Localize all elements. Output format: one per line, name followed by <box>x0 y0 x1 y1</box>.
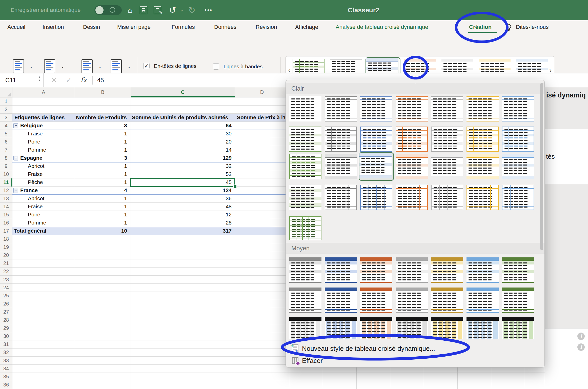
row-header-19[interactable]: 19 <box>0 243 12 251</box>
pivot-cell-b[interactable]: 4 <box>75 187 131 195</box>
pivot-row-label[interactable]: Fraise <box>12 130 75 138</box>
pivot-cell-b[interactable]: 1 <box>75 170 131 178</box>
style-thumbnail-moyen[interactable] <box>289 288 321 313</box>
grid-cell[interactable] <box>131 332 235 340</box>
style-thumbnail-clair[interactable] <box>396 96 428 121</box>
grid-cell[interactable] <box>75 243 131 251</box>
style-thumbnail-clair[interactable] <box>467 96 499 121</box>
row-header-15[interactable]: 15 <box>0 211 12 219</box>
style-thumbnail-moyen[interactable] <box>360 317 392 339</box>
grid-cell[interactable] <box>491 381 525 389</box>
pivot-cell-d[interactable] <box>235 146 289 154</box>
row-header-36[interactable]: 36 <box>0 381 12 389</box>
style-thumbnail-moyen[interactable] <box>502 257 534 283</box>
grid-cell[interactable] <box>235 243 289 251</box>
row-header-32[interactable]: 32 <box>0 349 12 357</box>
grid-cell[interactable] <box>235 97 289 106</box>
tab-donn-es[interactable]: Données <box>214 20 236 34</box>
collapse-icon[interactable]: − <box>13 156 18 160</box>
grid-cell[interactable] <box>289 381 323 389</box>
grid-cell[interactable] <box>131 300 235 308</box>
grid-cell[interactable] <box>75 308 131 316</box>
style-thumbnail-clair[interactable] <box>431 127 463 152</box>
grid-cell[interactable] <box>235 268 289 276</box>
grid-cell[interactable] <box>75 106 131 114</box>
grid-cell[interactable] <box>12 373 75 381</box>
grid-cell[interactable] <box>357 373 390 381</box>
style-thumbnail-moyen[interactable] <box>289 257 321 283</box>
pivot-cell-b[interactable]: 1 <box>75 130 131 138</box>
grid-cell[interactable] <box>12 332 75 340</box>
row-header-20[interactable]: 20 <box>0 251 12 259</box>
grid-cell[interactable] <box>75 349 131 357</box>
pivot-row-label[interactable]: −Belgique <box>12 122 75 130</box>
tab-r-vision[interactable]: Révision <box>256 20 277 34</box>
pivot-cell-d[interactable] <box>235 170 289 178</box>
pivot-cell-c[interactable]: 32 <box>131 162 235 170</box>
pivot-cell-c[interactable]: 30 <box>131 130 235 138</box>
grid-cell[interactable] <box>12 381 75 389</box>
pivot-cell-b[interactable]: 1 <box>75 203 131 211</box>
row-header-24[interactable]: 24 <box>0 284 12 292</box>
row-header-29[interactable]: 29 <box>0 324 12 332</box>
grid-cell[interactable] <box>131 106 235 114</box>
cancel-icon[interactable]: ✕ <box>51 73 57 87</box>
row-header-30[interactable]: 30 <box>0 332 12 340</box>
style-thumbnail-clair[interactable] <box>289 127 321 152</box>
style-thumbnail-moyen[interactable] <box>360 257 392 283</box>
pivot-row-label[interactable]: Poire <box>12 211 75 219</box>
pivot-cell-b[interactable]: 1 <box>75 195 131 203</box>
row-header-5[interactable]: 5 <box>0 130 12 138</box>
grid-cell[interactable] <box>75 316 131 324</box>
pivot-row-label[interactable]: Pomme <box>12 146 75 154</box>
pivot-cell-b[interactable]: 10 <box>75 227 131 235</box>
name-box-stepper[interactable]: ▲▼ <box>37 75 42 82</box>
style-thumbnail-clair[interactable] <box>360 127 392 152</box>
grid-cell[interactable] <box>75 284 131 292</box>
pivot-cell-d[interactable] <box>235 203 289 211</box>
grid-cell[interactable] <box>75 381 131 389</box>
grid-cell[interactable] <box>357 381 390 389</box>
row-header-8[interactable]: 8 <box>0 154 12 162</box>
grid-cell[interactable] <box>235 381 289 389</box>
grid-cell[interactable] <box>235 292 289 300</box>
grid-cell[interactable] <box>235 106 289 114</box>
pivot-cell-b[interactable]: 1 <box>75 178 131 187</box>
grid-cell[interactable] <box>131 251 235 259</box>
row-header-4[interactable]: 4 <box>0 122 12 130</box>
row-header-28[interactable]: 28 <box>0 316 12 324</box>
grid-cell[interactable] <box>131 235 235 243</box>
row-header-11[interactable]: 11 <box>0 178 12 187</box>
grid-cell[interactable] <box>12 268 75 276</box>
grid-cell[interactable] <box>12 97 75 106</box>
row-header-26[interactable]: 26 <box>0 300 12 308</box>
grid-cell[interactable] <box>235 308 289 316</box>
style-thumbnail-clair[interactable] <box>360 185 392 210</box>
style-thumbnail-clair[interactable] <box>325 96 357 121</box>
style-thumbnail-moyen[interactable] <box>396 288 428 313</box>
grid-cell[interactable] <box>12 349 75 357</box>
row-header-22[interactable]: 22 <box>0 268 12 276</box>
column-header-C[interactable]: C <box>131 87 235 97</box>
grid-cell[interactable] <box>458 373 491 381</box>
save-as-icon[interactable]: ✎ <box>154 6 161 14</box>
tab-affichage[interactable]: Affichage <box>295 20 318 34</box>
grid-cell[interactable] <box>235 324 289 332</box>
style-thumbnail-moyen[interactable] <box>467 288 499 313</box>
pivot-row-label[interactable]: −France <box>12 187 75 195</box>
pivot-cell-c[interactable]: 20 <box>131 138 235 146</box>
column-header-D[interactable]: D <box>235 87 289 97</box>
enter-icon[interactable]: ✓ <box>66 73 72 87</box>
pivot-row-label[interactable]: Abricot <box>12 162 75 170</box>
grid-cell[interactable] <box>75 340 131 349</box>
row-header-27[interactable]: 27 <box>0 308 12 316</box>
autosave-toggle[interactable] <box>94 5 122 15</box>
grid-cell[interactable] <box>75 357 131 365</box>
grid-cell[interactable] <box>75 300 131 308</box>
style-thumbnail-moyen[interactable] <box>396 257 428 283</box>
grid-cell[interactable] <box>131 284 235 292</box>
grid-cell[interactable] <box>289 373 323 381</box>
row-header-14[interactable]: 14 <box>0 203 12 211</box>
style-thumbnail-moyen[interactable] <box>431 317 463 339</box>
style-thumbnail-moyen[interactable] <box>325 317 357 339</box>
